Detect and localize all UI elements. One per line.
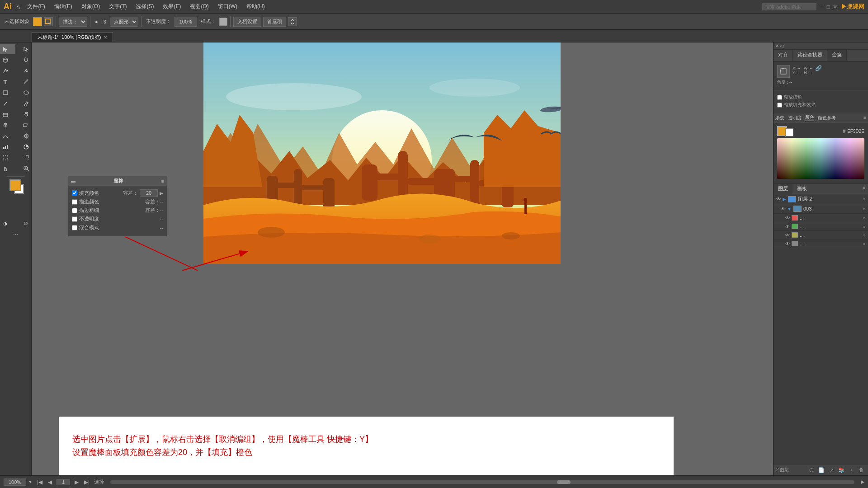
transform-mode-icon[interactable] [777,65,790,78]
artboard-tab[interactable]: 画板 [793,184,811,194]
stroke-width-checkbox[interactable] [72,208,77,213]
color-gradient-picker[interactable] [777,138,864,179]
layer-circle-c3[interactable]: ○ [863,233,865,238]
menu-window[interactable]: 窗口(W) [214,2,241,11]
horizontal-scrollbar[interactable] [110,480,854,484]
color-icon[interactable]: ◑ [0,218,15,228]
align-tab[interactable]: 对齐 [774,50,793,61]
layers-tab[interactable]: 图层 [774,184,793,194]
pen-tool[interactable] [0,66,15,76]
layer-circle-c4[interactable]: ○ [863,241,865,246]
bg-color-swatch[interactable] [785,128,793,136]
transform-tab[interactable]: 变换 [827,50,847,61]
color-panel-menu[interactable]: ≡ [863,115,866,120]
layer-visibility-eye[interactable]: 👁 [776,197,781,202]
menu-edit[interactable]: 编辑(E) [51,2,76,11]
panel-min-icon[interactable]: ▬ [71,178,75,183]
gradient-tab[interactable]: 渐变 [775,115,784,121]
doc-settings-button[interactable]: 文档设置 [233,17,261,27]
tab-close-icon[interactable]: ✕ [104,35,107,40]
fill-tolerance-input[interactable] [140,189,158,197]
bar-graph-tool[interactable] [0,142,15,152]
layer-new-btn[interactable]: 📄 [817,466,826,474]
layer-item-group[interactable]: 👁 ▶ 图层 2 ○ [774,194,868,204]
selection-tool[interactable] [0,44,15,54]
layer-item-color3[interactable]: 👁 ... ○ [774,231,868,239]
first-page-btn[interactable]: |◀ [36,479,43,485]
tool-mode-select[interactable]: 描边： [59,17,87,27]
home-icon[interactable]: ⌂ [16,3,20,10]
menu-object[interactable]: 对象(O) [78,2,104,11]
preferences-button[interactable]: 首选项 [263,17,286,27]
layer-circle-group[interactable]: ○ [863,197,865,202]
blend-mode-checkbox[interactable] [72,225,77,230]
layer-move-to-btn[interactable]: ↗ [827,466,835,474]
layer-delete-btn[interactable]: 🗑 [857,466,865,474]
foreground-color[interactable] [9,179,21,191]
more-tools-btn[interactable]: ··· [6,229,26,239]
transform-lock[interactable]: 🔗 [815,65,821,78]
layer-eye-c1[interactable]: 👁 [785,216,790,221]
pathfinder-tab[interactable]: 路径查找器 [793,50,827,61]
page-number-input[interactable] [57,479,70,485]
close-icon[interactable]: ✕ [833,4,837,10]
next-page-btn[interactable]: ▶ [74,479,80,485]
stroke-color-checkbox[interactable] [72,199,77,205]
fill-color-checkbox[interactable] [72,190,77,196]
layer-item-color1[interactable]: 👁 ... ○ [774,214,868,222]
eraser-tool[interactable] [0,109,15,119]
prev-page-btn[interactable]: ◀ [47,479,53,485]
maximize-icon[interactable]: □ [827,4,830,10]
stroke-indicator[interactable] [44,17,53,26]
layer-eye-003[interactable]: 👁 [781,206,785,211]
magic-wand-titlebar[interactable]: ▬ 魔棒 ≡ [68,176,167,186]
layer-eye-c2[interactable]: 👁 [785,224,790,229]
layers-menu-icon[interactable]: ≡ [860,184,868,194]
layer-make-mask-btn[interactable]: ⬡ [807,466,816,474]
minimize-icon[interactable]: ─ [820,4,824,10]
menu-effect[interactable]: 效果(E) [159,2,184,11]
layer-expand-icon[interactable]: ▶ [783,197,786,202]
brush-type-select[interactable]: 点圆形 [110,17,138,27]
menu-view[interactable]: 视图(Q) [186,2,212,11]
panel-expand-btn[interactable]: ◁ [780,43,783,48]
warp-tool[interactable] [0,55,15,65]
layer-circle-003[interactable]: ○ [863,206,865,211]
toolbar-more-button[interactable] [288,17,297,26]
layer-circle-c1[interactable]: ○ [863,216,865,221]
menu-text[interactable]: 文字(T) [105,2,130,11]
color-guide-tab[interactable]: 颜色参考 [818,115,836,121]
layer-circle-c2[interactable]: ○ [863,224,865,229]
layer-add-btn[interactable]: + [847,466,855,474]
blend-tool[interactable] [0,131,15,141]
type-tool[interactable]: T [0,77,15,87]
transparency-tab[interactable]: 透明度 [788,115,802,121]
layer-item-color2[interactable]: 👁 ... ○ [774,222,868,231]
layer-eye-c4[interactable]: 👁 [785,241,790,246]
layer-item-003[interactable]: 👁 ▼ 003 ○ [774,204,868,214]
fill-tolerance-arrow[interactable]: ▶ [160,191,163,196]
layer-cc-library-btn[interactable]: 📚 [837,466,845,474]
scroll-right-btn[interactable]: ▶ [861,479,864,485]
fill-color-swatch[interactable] [33,17,42,26]
last-page-btn[interactable]: ▶| [83,479,90,485]
opacity-input[interactable] [175,17,197,27]
scrollbar-thumb[interactable] [557,480,571,484]
color-tab-active[interactable]: 颜色 [805,114,814,121]
search-input[interactable] [762,3,816,10]
style-swatch[interactable] [219,18,227,26]
layer-expand-003[interactable]: ▼ [787,206,792,211]
document-tab[interactable]: 未标题-1* 100% (RGB/预览) ✕ [32,32,113,42]
scale-stroke-checkbox[interactable] [777,103,782,108]
zoom-input[interactable] [4,479,26,486]
rect-tool[interactable] [0,88,15,98]
paintbrush-tool[interactable] [0,99,15,108]
menu-file[interactable]: 文件(F) [24,2,48,11]
opacity-checkbox[interactable] [72,216,77,222]
layer-item-color4[interactable]: 👁 ... ○ [774,239,868,248]
mirror-tool[interactable] [0,120,15,130]
menu-select[interactable]: 选择(S) [132,2,157,11]
layer-eye-c3[interactable]: 👁 [785,233,790,238]
panel-close-btn[interactable]: ✕ [775,43,779,48]
constrain-checkbox[interactable] [777,95,782,100]
